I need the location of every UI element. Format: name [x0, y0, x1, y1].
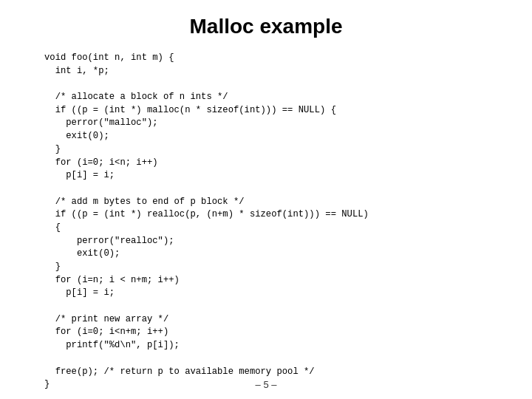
code-content: void foo(int n, int m) { int i, *p; /* a… — [44, 52, 488, 392]
page-number: – 5 – — [256, 379, 277, 390]
page-title: Malloc example — [44, 15, 488, 38]
page: Malloc example void foo(int n, int m) { … — [0, 0, 532, 399]
